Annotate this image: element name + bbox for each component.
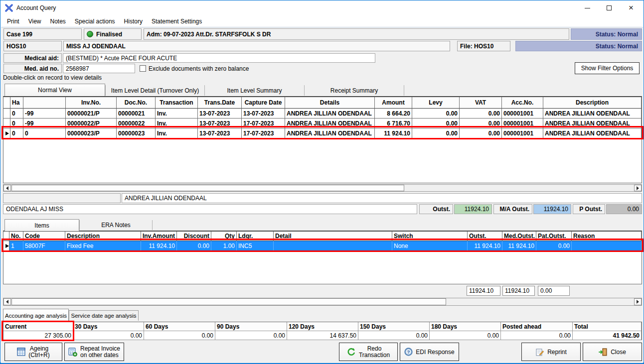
cell: Inv. — [156, 109, 198, 119]
age-60-value: 0.00 — [144, 331, 215, 340]
redo-transaction-icon — [347, 348, 356, 357]
header-cell: 180 Days — [430, 322, 501, 331]
repeat-invoice-button[interactable]: Repeat Invoice on other dates — [64, 343, 124, 361]
cell: 11 924.10 — [375, 128, 412, 138]
cell: 13-07-2023 — [242, 109, 285, 119]
exclude-zero-balance-checkbox[interactable] — [140, 65, 146, 72]
details-blank-field — [3, 193, 121, 203]
scroll-left-button[interactable] — [3, 185, 11, 191]
cell — [572, 241, 642, 251]
med-aid-no-input[interactable]: 2568987 — [63, 64, 135, 73]
cell: 0.00 — [412, 119, 460, 128]
age-30-value: 0.00 — [73, 331, 144, 340]
ageing-button-label: Ageing — [30, 346, 48, 352]
reprint-icon — [535, 348, 544, 357]
scrollbar-thumb[interactable] — [11, 185, 404, 191]
header-cell — [23, 97, 66, 109]
close-icon: × — [629, 3, 634, 13]
header-cell: Reason — [572, 232, 642, 241]
cell: 1.00 — [211, 241, 237, 251]
row-selector-cell — [3, 128, 10, 138]
cell: Fixed Fee — [65, 241, 141, 251]
cell: 8 664.20 — [375, 109, 412, 119]
header-cell: Pat.Outst. — [536, 232, 572, 241]
cell: 00000021/P — [66, 109, 117, 119]
header-cell: Qty — [211, 232, 237, 241]
minimize-button[interactable] — [576, 0, 598, 15]
cell: 00000022/P — [66, 119, 117, 128]
row-selector-cell — [3, 119, 10, 128]
ageing-button-shortcut: (Ctrl+R) — [28, 352, 49, 359]
header-cell: Description — [65, 232, 141, 241]
cell: 00000023 — [117, 128, 156, 138]
patient-name-field: MISS AJ ODENDAAL — [63, 41, 450, 51]
scroll-right-icon — [637, 300, 639, 304]
header-cell: Levy — [412, 97, 460, 109]
redo-transaction-button[interactable]: Redo Transaction — [339, 343, 398, 361]
window-controls: × — [576, 0, 642, 15]
item-row-selected[interactable]: 1 58007F Fixed Fee 11 924.10 0.00 1.00 I… — [3, 241, 642, 251]
transaction-row[interactable]: 0 -99 00000022/P 00000022 Inv. 13-07-202… — [3, 119, 642, 128]
tab-accounting-age-analysis[interactable]: Accounting age analysis — [3, 309, 69, 322]
scroll-left-button[interactable] — [3, 298, 11, 305]
repeat-invoice-label-1: Repeat Invoice — [80, 346, 120, 352]
tab-item-level-summary[interactable]: Item Level Summary — [205, 85, 305, 96]
age-analysis-values: 27 305.00 0.00 0.00 0.00 14 637.50 0.00 … — [3, 331, 642, 340]
age-150-value: 0.00 — [358, 331, 430, 340]
tab-era-notes[interactable]: ERA Notes — [79, 220, 153, 230]
medical-aid-input[interactable]: (BESTMED) * Acute PACE FOUR ACUTE — [63, 53, 375, 63]
menu-print[interactable]: Print — [2, 15, 24, 27]
cell: INC5 — [237, 241, 274, 251]
finalised-status-icon — [87, 31, 93, 37]
close-window-button[interactable]: × — [620, 0, 642, 15]
header-cell: Capture Date — [242, 97, 285, 109]
ageing-button[interactable]: Ageing (Ctrl+R) — [4, 343, 62, 361]
scroll-right-button[interactable] — [634, 298, 642, 305]
patient-code-field: HOS10 — [3, 41, 62, 51]
edi-response-button[interactable]: ? EDI Response — [400, 343, 459, 361]
cell: ANDREA JILLIAN ODENDAAL — [543, 128, 642, 138]
menu-bar: Print View Notes Special actions History… — [0, 15, 644, 27]
maximize-button[interactable] — [598, 0, 620, 15]
cell: Inv. — [156, 119, 198, 128]
header-cell: Switch — [392, 232, 468, 241]
tab-items[interactable]: Items — [4, 219, 79, 231]
header-cell: Acc.No. — [502, 97, 543, 109]
transaction-row-selected[interactable]: 0 0 00000023/P 00000023 Inv. 13-07-2023 … — [3, 128, 642, 138]
reprint-button[interactable]: Reprint — [521, 343, 581, 361]
cell: 0.00 — [460, 128, 502, 138]
cell: 17-07-2023 — [242, 119, 285, 128]
header-cell: Details — [285, 97, 375, 109]
close-button[interactable]: Close — [583, 343, 642, 361]
cell: None — [392, 241, 468, 251]
menu-notes[interactable]: Notes — [45, 15, 70, 27]
cell: 0 — [10, 109, 23, 119]
maximize-icon — [607, 5, 612, 10]
age-180-value: 0.00 — [430, 331, 501, 340]
menu-statement-settings[interactable]: Statement Settings — [147, 15, 206, 27]
transaction-row[interactable]: 0 -99 00000021/P 00000021 Inv. 13-07-202… — [3, 109, 642, 119]
scroll-right-button[interactable] — [634, 185, 642, 191]
age-analysis-grid: Current 30 Days 60 Days 90 Days 120 Days… — [3, 322, 642, 340]
items-total-outst: 11924.10 — [467, 286, 500, 296]
age-90-value: 0.00 — [215, 331, 287, 340]
menu-special-actions[interactable]: Special actions — [70, 15, 120, 27]
tab-service-date-age-analysis[interactable]: Service date age analysis — [69, 310, 139, 321]
tab-receipt-summary[interactable]: Receipt Summary — [305, 85, 404, 96]
scrollbar-thumb[interactable] — [11, 298, 446, 305]
close-door-icon — [599, 348, 608, 357]
menu-history[interactable]: History — [120, 15, 147, 27]
cell: ANDREA JILLIAN ODENDAAL — [285, 119, 375, 128]
cell: 0 — [23, 128, 66, 138]
tab-item-level-detail[interactable]: Item Level Detail (Turnover Only) — [105, 85, 205, 96]
menu-view[interactable]: View — [24, 15, 46, 27]
cell: 58007F — [23, 241, 65, 251]
show-filter-options-button[interactable]: Show Filter Options — [575, 62, 640, 74]
cell: 13-07-2023 — [198, 119, 242, 128]
details-name-field: ANDREA JILLIAN ODENDAAL — [122, 193, 642, 203]
tab-normal-view[interactable]: Normal View — [4, 84, 105, 96]
cell: ANDREA JILLIAN ODENDAAL — [285, 109, 375, 119]
cell: 00000022 — [117, 119, 156, 128]
repeat-invoice-icon — [68, 348, 77, 357]
age-current-value: 27 305.00 — [3, 331, 73, 340]
